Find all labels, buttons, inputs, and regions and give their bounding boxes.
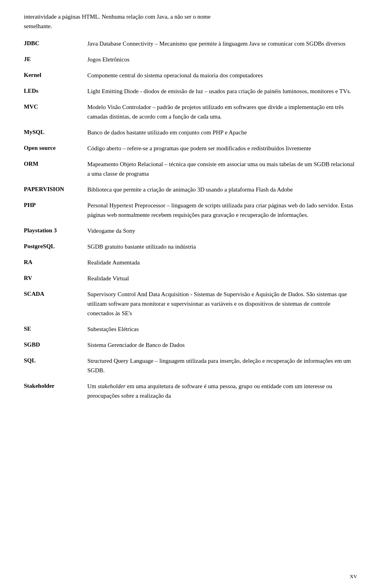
term-cell: Playstation 3 xyxy=(24,224,87,237)
term-cell: SCADA xyxy=(24,288,87,320)
glossary-row: KernelComponente central do sistema oper… xyxy=(24,69,357,82)
glossary-row: SGBDSistema Gerenciador de Banco de Dado… xyxy=(24,339,357,351)
term-cell: PHP xyxy=(24,199,87,221)
term-cell: PAPERVISION xyxy=(24,183,87,196)
term-cell: ORM xyxy=(24,158,87,180)
term-cell: SQL xyxy=(24,354,87,377)
glossary-row: PostgreSQLSGDB gratuito bastante utiliza… xyxy=(24,240,357,253)
glossary-row: PHPPersonal Hypertext Preprocessor – lin… xyxy=(24,199,357,221)
glossary-row: PAPERVISIONBiblioteca que permite a cria… xyxy=(24,183,357,196)
glossary-row: MySQLBanco de dados bastante utilizado e… xyxy=(24,126,357,139)
term-cell: RA xyxy=(24,256,87,269)
term-cell: MVC xyxy=(24,101,87,123)
definition-cell: Supervisory Control And Data Acquisition… xyxy=(87,288,357,320)
glossary-row: SCADASupervisory Control And Data Acquis… xyxy=(24,288,357,320)
glossary-row: JDBCJava Database Connectivity – Mecanis… xyxy=(24,37,357,50)
definition-cell: Componente central do sistema operaciona… xyxy=(87,69,357,82)
term-cell: Kernel xyxy=(24,69,87,82)
definition-cell: Realidade Virtual xyxy=(87,272,357,285)
glossary-row: Playstation 3Videogame da Sony xyxy=(24,224,357,237)
definition-cell: SGDB gratuito bastante utilizado na indú… xyxy=(87,240,357,253)
definition-cell: Personal Hypertext Preprocessor – lingua… xyxy=(87,199,357,221)
definition-cell: Light Emitting Diode - diodos de emissão… xyxy=(87,85,357,98)
definition-cell: Structured Query Language – linguagem ut… xyxy=(87,354,357,377)
glossary-row: MVCModelo Visão Controlador – padrão de … xyxy=(24,101,357,123)
definition-cell: Banco de dados bastante utilizado em con… xyxy=(87,126,357,139)
glossary-row: JEJogos Eletrônicos xyxy=(24,53,357,66)
definition-cell: Mapeamento Objeto Relacional – técnica q… xyxy=(87,158,357,180)
term-cell: LEDs xyxy=(24,85,87,98)
definition-cell: Modelo Visão Controlador – padrão de pro… xyxy=(87,101,357,123)
term-cell: JE xyxy=(24,53,87,66)
glossary-row: ORMMapeamento Objeto Relacional – técnic… xyxy=(24,158,357,180)
definition-cell: Videogame da Sony xyxy=(87,224,357,237)
term-cell: PostgreSQL xyxy=(24,240,87,253)
glossary-row: StakeholderUm stakeholder em uma arquite… xyxy=(24,380,357,402)
definition-cell: Um stakeholder em uma arquitetura de sof… xyxy=(87,380,357,402)
term-cell: SGBD xyxy=(24,339,87,351)
term-cell: Stakeholder xyxy=(24,380,87,402)
glossary-table: JDBCJava Database Connectivity – Mecanis… xyxy=(24,37,357,405)
definition-cell: Java Database Connectivity – Mecanismo q… xyxy=(87,37,357,50)
term-cell: SE xyxy=(24,323,87,335)
glossary-row: Open sourceCódigo aberto – refere-se a p… xyxy=(24,142,357,155)
glossary-row: SESubestações Elétricas xyxy=(24,323,357,335)
term-cell: RV xyxy=(24,272,87,285)
page-number: XV xyxy=(350,573,357,580)
definition-cell: Jogos Eletrônicos xyxy=(87,53,357,66)
intro-text: interatividade a páginas HTML. Nenhuma r… xyxy=(24,12,357,31)
glossary-row: RARealidade Aumentada xyxy=(24,256,357,269)
definition-cell: Realidade Aumentada xyxy=(87,256,357,269)
definition-cell: Código aberto – refere-se a programas qu… xyxy=(87,142,357,155)
definition-cell: Sistema Gerenciador de Banco de Dados xyxy=(87,339,357,351)
definition-cell: Subestações Elétricas xyxy=(87,323,357,335)
term-cell: Open source xyxy=(24,142,87,155)
term-cell: JDBC xyxy=(24,37,87,50)
term-cell: MySQL xyxy=(24,126,87,139)
glossary-row: LEDsLight Emitting Diode - diodos de emi… xyxy=(24,85,357,98)
definition-cell: Biblioteca que permite a criação de anim… xyxy=(87,183,357,196)
glossary-row: RVRealidade Virtual xyxy=(24,272,357,285)
glossary-row: SQLStructured Query Language – linguagem… xyxy=(24,354,357,377)
